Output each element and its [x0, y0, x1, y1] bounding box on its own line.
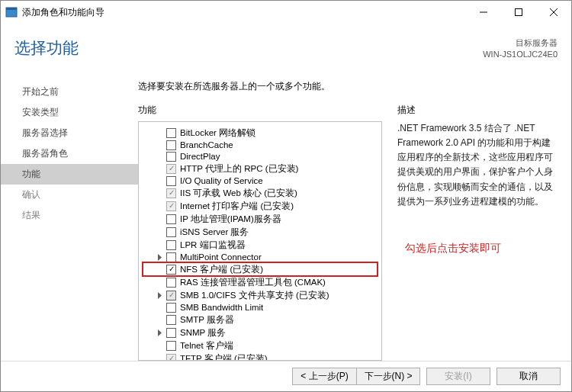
nav-button-group: < 上一步(P) 下一步(N) > [292, 368, 420, 385]
expand-icon[interactable] [156, 253, 164, 262]
checkbox[interactable] [166, 227, 176, 237]
cancel-button[interactable]: 取消 [496, 368, 561, 385]
feature-label: SMTP 服务器 [180, 314, 234, 326]
feature-row[interactable]: Internet 打印客户端 (已安装) [142, 200, 378, 213]
checkbox[interactable] [166, 176, 176, 186]
checkbox[interactable] [166, 328, 176, 338]
feature-label: IP 地址管理(IPAM)服务器 [180, 214, 281, 225]
sidebar-item-6[interactable]: 结果 [1, 205, 138, 226]
next-button[interactable]: 下一步(N) > [356, 368, 420, 385]
checkbox[interactable] [166, 140, 176, 150]
tree-leaf-icon [156, 228, 164, 236]
tree-leaf-icon [156, 165, 164, 173]
checkbox[interactable] [166, 252, 176, 262]
feature-row[interactable]: SNMP 服务 [142, 326, 378, 339]
feature-row[interactable]: MultiPoint Connector [142, 252, 378, 263]
features-label: 功能 [138, 104, 382, 117]
footer: < 上一步(P) 下一步(N) > 安装(I) 取消 [1, 361, 571, 391]
wizard-window: 添加角色和功能向导 选择功能 目标服务器 WIN-JS1OLJC24E0 开始之… [0, 0, 572, 392]
feature-row[interactable]: iSNS Server 服务 [142, 226, 378, 239]
features-list[interactable]: BitLocker 网络解锁BranchCacheDirectPlayHTTP … [138, 121, 382, 361]
feature-label: SMB 1.0/CIFS 文件共享支持 (已安装) [180, 290, 329, 301]
sidebar-item-2[interactable]: 服务器选择 [1, 123, 138, 143]
feature-label: BranchCache [180, 140, 233, 149]
sidebar-item-1[interactable]: 安装类型 [1, 102, 138, 123]
feature-row[interactable]: NFS 客户端 (已安装) [142, 263, 378, 276]
checkbox[interactable] [166, 201, 176, 211]
feature-label: TFTP 客户端 (已安装) [180, 353, 268, 361]
checkbox[interactable] [166, 354, 176, 361]
feature-label: iSNS Server 服务 [180, 227, 249, 238]
tree-leaf-icon [156, 129, 164, 137]
checkbox[interactable] [166, 152, 176, 162]
body: 开始之前安装类型服务器选择服务器角色功能确认结果 选择要安装在所选服务器上的一个… [1, 70, 571, 361]
feature-label: DirectPlay [180, 152, 220, 161]
tree-leaf-icon [156, 355, 164, 361]
minimize-button[interactable] [466, 1, 501, 24]
sidebar: 开始之前安装类型服务器选择服务器角色功能确认结果 [1, 71, 138, 361]
feature-label: I/O Quality of Service [180, 176, 263, 185]
window-buttons [466, 1, 571, 24]
main: 选择要安装在所选服务器上的一个或多个功能。 功能 BitLocker 网络解锁B… [138, 71, 571, 361]
checkbox[interactable] [166, 265, 176, 275]
titlebar-text: 添加角色和功能向导 [22, 6, 104, 19]
checkbox[interactable] [166, 278, 176, 288]
feature-row[interactable]: SMB 1.0/CIFS 文件共享支持 (已安装) [142, 289, 378, 302]
page-title: 选择功能 [14, 37, 79, 59]
checkbox[interactable] [166, 240, 176, 250]
feature-row[interactable]: IIS 可承载 Web 核心 (已安装) [142, 187, 378, 200]
feature-row[interactable]: TFTP 客户端 (已安装) [142, 352, 378, 361]
sidebar-item-5[interactable]: 确认 [1, 185, 138, 205]
prev-button[interactable]: < 上一步(P) [292, 368, 356, 385]
feature-row[interactable]: SMTP 服务器 [142, 313, 378, 326]
sidebar-item-3[interactable]: 服务器角色 [1, 143, 138, 164]
tree-leaf-icon [156, 304, 164, 312]
description-label: 描述 [397, 104, 558, 117]
feature-row[interactable]: I/O Quality of Service [142, 175, 378, 187]
tree-leaf-icon [156, 278, 164, 287]
feature-label: SMB Bandwidth Limit [180, 303, 263, 312]
features-column: 功能 BitLocker 网络解锁BranchCacheDirectPlayHT… [138, 104, 382, 361]
feature-label: HTTP 代理上的 RPC (已安装) [180, 163, 298, 175]
annotation-text: 勾选后点击安装即可 [405, 242, 501, 255]
titlebar-left: 添加角色和功能向导 [5, 6, 104, 19]
checkbox[interactable] [166, 315, 176, 325]
tree-leaf-icon [156, 215, 164, 223]
checkbox[interactable] [166, 341, 176, 351]
install-button[interactable]: 安装(I) [426, 368, 490, 385]
checkbox[interactable] [166, 188, 176, 198]
feature-row[interactable]: Telnet 客户端 [142, 339, 378, 352]
description-column: 描述 .NET Framework 3.5 结合了 .NET Framework… [397, 104, 571, 361]
maximize-button[interactable] [501, 1, 536, 24]
close-button[interactable] [536, 1, 571, 24]
feature-row[interactable]: BranchCache [142, 140, 378, 151]
checkbox[interactable] [166, 128, 176, 138]
feature-label: SNMP 服务 [180, 327, 226, 339]
feature-row[interactable]: RAS 连接管理器管理工具包 (CMAK) [142, 276, 378, 289]
feature-row[interactable]: HTTP 代理上的 RPC (已安装) [142, 162, 378, 175]
expand-icon[interactable] [156, 329, 164, 337]
feature-label: IIS 可承载 Web 核心 (已安装) [180, 188, 297, 199]
sidebar-item-4[interactable]: 功能 [1, 164, 138, 185]
checkbox[interactable] [166, 291, 176, 300]
tree-leaf-icon [156, 265, 164, 274]
feature-row[interactable]: LPR 端口监视器 [142, 239, 378, 252]
feature-label: LPR 端口监视器 [180, 239, 246, 251]
target-value: WIN-JS1OLJC24E0 [483, 49, 558, 60]
feature-row[interactable]: DirectPlay [142, 151, 378, 162]
description-text: .NET Framework 3.5 结合了 .NET Framework 2.… [397, 121, 558, 209]
feature-row[interactable]: BitLocker 网络解锁 [142, 127, 378, 140]
feature-label: BitLocker 网络解锁 [180, 127, 255, 139]
tree-leaf-icon [156, 342, 164, 350]
feature-label: Internet 打印客户端 (已安装) [180, 201, 294, 212]
feature-row[interactable]: SMB Bandwidth Limit [142, 302, 378, 313]
checkbox[interactable] [166, 303, 176, 313]
checkbox[interactable] [166, 164, 176, 174]
feature-label: NFS 客户端 (已安装) [180, 264, 263, 275]
feature-row[interactable]: IP 地址管理(IPAM)服务器 [142, 213, 378, 226]
instruction-text: 选择要安装在所选服务器上的一个或多个功能。 [138, 80, 571, 93]
checkbox[interactable] [166, 214, 176, 224]
sidebar-item-0[interactable]: 开始之前 [1, 82, 138, 102]
titlebar: 添加角色和功能向导 [1, 1, 571, 24]
expand-icon[interactable] [156, 291, 164, 300]
